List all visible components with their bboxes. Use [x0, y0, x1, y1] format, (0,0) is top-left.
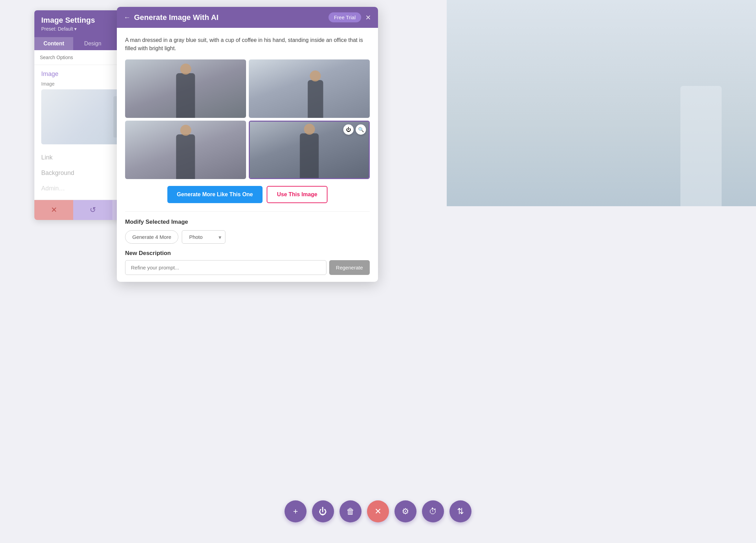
image-bg-3: [125, 121, 246, 179]
left-panel-title: Image Settings: [41, 16, 95, 25]
image-grid: ⏻ 🔍: [125, 59, 370, 179]
image-cell-3[interactable]: [125, 121, 246, 179]
image-cell-4[interactable]: ⏻ 🔍: [249, 121, 370, 179]
left-panel-preset[interactable]: Preset: Default ▾: [41, 26, 95, 32]
generate-4-button[interactable]: Generate 4 More: [125, 230, 178, 244]
image-overlay-4: ⏻ 🔍: [343, 124, 366, 135]
toolbar-sort-button[interactable]: ⇅: [449, 500, 471, 522]
header-right: Free Trial ✕: [329, 12, 371, 22]
regenerate-button[interactable]: Regenerate: [329, 260, 370, 275]
image-cell-2[interactable]: [249, 59, 370, 118]
action-buttons: Generate More Like This One Use This Ima…: [125, 186, 370, 203]
ai-dialog-title: Generate Image With AI: [134, 13, 219, 22]
ai-dialog-body: A man dressed in a gray blue suit, with …: [117, 28, 378, 282]
style-select[interactable]: Photo Illustration Painting Sketch: [182, 230, 225, 244]
modify-controls: Generate 4 More Photo Illustration Paint…: [125, 230, 370, 244]
undo-button[interactable]: ↺: [73, 200, 112, 220]
ai-dialog-header: ← Generate Image With AI Free Trial ✕: [117, 7, 378, 28]
head-1: [180, 64, 191, 75]
image-bg-2: [249, 59, 370, 118]
toolbar-close-button[interactable]: ✕: [367, 500, 389, 522]
figure-3: [176, 134, 195, 179]
modify-title: Modify Selected Image: [125, 219, 370, 225]
figure-1: [176, 73, 195, 118]
image-cell-1[interactable]: [125, 59, 246, 118]
new-desc-input[interactable]: [125, 260, 326, 275]
toolbar-settings-button[interactable]: ⚙: [394, 500, 416, 522]
toolbar-add-button[interactable]: +: [285, 500, 307, 522]
toolbar-power-button[interactable]: ⏻: [312, 500, 334, 522]
style-select-wrapper: Photo Illustration Painting Sketch: [182, 230, 225, 244]
close-button[interactable]: ✕: [365, 13, 371, 22]
figure-2: [308, 80, 323, 118]
generate-more-button[interactable]: Generate More Like This One: [167, 186, 263, 203]
new-desc-title: New Description: [125, 250, 370, 257]
bg-figure: [680, 86, 722, 206]
prompt-text: A man dressed in a gray blue suit, with …: [125, 36, 370, 53]
use-image-button[interactable]: Use This Image: [267, 186, 327, 203]
free-trial-badge[interactable]: Free Trial: [329, 12, 361, 22]
image-bg-1: [125, 59, 246, 118]
toolbar-history-button[interactable]: ⏱: [422, 500, 444, 522]
bottom-toolbar: + ⏻ 🗑 ✕ ⚙ ⏱ ⇅: [285, 500, 471, 522]
tab-content[interactable]: Content: [34, 37, 73, 50]
office-bg-inner: [447, 0, 756, 206]
background-office: [447, 0, 756, 206]
power-overlay-btn[interactable]: ⏻: [343, 124, 354, 135]
cancel-button[interactable]: ✕: [34, 200, 73, 220]
figure-4: [300, 133, 319, 178]
new-desc-row: Regenerate: [125, 260, 370, 275]
header-left: ← Generate Image With AI: [124, 13, 219, 22]
zoom-overlay-btn[interactable]: 🔍: [356, 124, 366, 135]
head-4: [304, 124, 315, 135]
head-2: [310, 70, 321, 81]
head-3: [180, 125, 191, 136]
ai-dialog: ← Generate Image With AI Free Trial ✕ A …: [117, 7, 378, 282]
back-icon[interactable]: ←: [124, 13, 131, 21]
tab-design[interactable]: Design: [73, 37, 112, 50]
modify-section: Modify Selected Image Generate 4 More Ph…: [125, 211, 370, 275]
toolbar-delete-button[interactable]: 🗑: [340, 500, 362, 522]
